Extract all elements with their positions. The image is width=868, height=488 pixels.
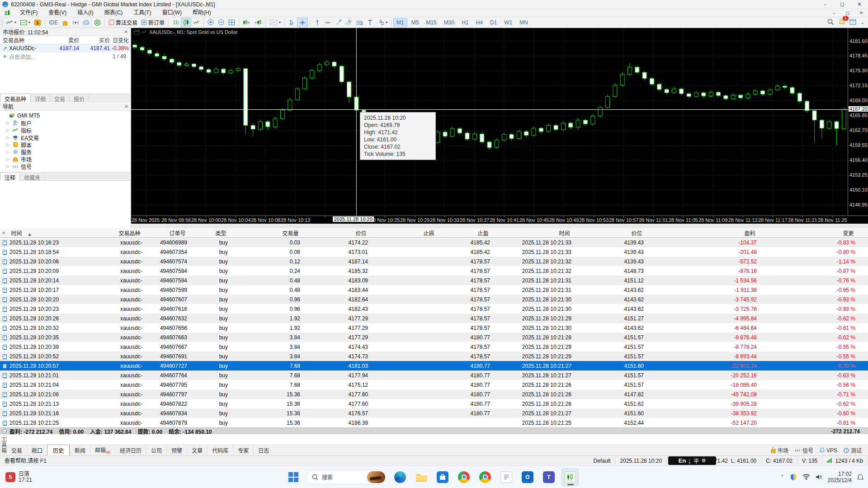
toolbox-tab-公司[interactable]: 公司 <box>146 445 166 455</box>
horizontal-line-tool[interactable] <box>322 18 333 27</box>
timeframe-W1[interactable]: W1 <box>501 18 515 27</box>
history-row[interactable]: 2025.11.28 10:20:52xauusdc-494607691buy3… <box>0 352 868 361</box>
tab-报价[interactable]: 报价 <box>70 94 89 102</box>
menu-帮助(H)[interactable]: 帮助(H) <box>187 9 217 17</box>
time-axis[interactable]: 28 Nov 202528 Nov 09:5628 Nov 10:0028 No… <box>131 216 868 224</box>
mw-col-卖价[interactable]: 卖价 <box>47 36 79 44</box>
taskbar-app-chrome-1[interactable] <box>455 468 472 486</box>
history-col-11[interactable]: 变更 <box>758 229 856 237</box>
history-col-0[interactable]: 时间▲ <box>8 229 116 237</box>
nav-item-市场[interactable]: ▷市场 <box>0 155 131 163</box>
taskbar-app-edge[interactable] <box>392 468 409 486</box>
toolbox-tab-专家[interactable]: 专家 <box>233 445 253 455</box>
community-button[interactable] <box>92 18 103 27</box>
mw-col-买价[interactable]: 买价 <box>79 36 110 44</box>
price-axis[interactable]: 4181.604178.454175.304172.154169.004165.… <box>848 28 868 216</box>
crosshair-tool-button[interactable] <box>297 18 308 27</box>
taskbar-clock[interactable]: 17:022025/12/4 <box>828 471 852 483</box>
speaker-icon[interactable] <box>816 474 822 480</box>
expand-icon[interactable]: ▷ <box>6 150 12 154</box>
ide-button[interactable]: IDE <box>47 18 60 27</box>
shapes-dropdown[interactable]: ▾ <box>375 18 389 27</box>
history-row[interactable]: 2025.11.28 10:21:04xauusdc-494607785buy7… <box>0 380 868 389</box>
indicators-dropdown[interactable]: ▾ <box>268 18 283 27</box>
history-col-1[interactable]: 交易品种 <box>116 229 141 237</box>
menu-窗口(W)[interactable]: 窗口(W) <box>157 9 187 17</box>
profiles-dropdown[interactable]: ▾ <box>18 18 32 27</box>
line-chart-button[interactable] <box>191 18 202 27</box>
history-row[interactable]: 2025.11.28 10:20:17xauusdc-494607599buy0… <box>0 285 868 295</box>
notification-bell-icon[interactable] <box>857 474 863 480</box>
mw-col-交易品种[interactable]: 交易品种 <box>0 36 47 44</box>
ime-indicator[interactable]: En ；半 ⚙ <box>668 456 716 465</box>
signals-link[interactable]: 信号 <box>795 446 813 454</box>
history-row[interactable]: 2025.11.28 10:20:32xauusdc-494607656buy1… <box>0 323 868 333</box>
toolbox-tab-代码库[interactable]: 代码库 <box>207 445 233 455</box>
status-profile[interactable]: Default <box>589 457 616 465</box>
candles-chart-button[interactable] <box>181 18 191 27</box>
algo-trading-button[interactable]: 算法交易 <box>107 18 139 27</box>
history-row[interactable]: 2025.11.28 10:21:16xauusdc-494607834buy1… <box>0 408 868 418</box>
chart-shift-button[interactable] <box>252 18 264 27</box>
history-row[interactable]: 2025.11.28 10:21:06xauusdc-494607797buy1… <box>0 389 868 399</box>
timeframe-H4[interactable]: H4 <box>472 18 486 27</box>
history-row[interactable]: 2025.11.28 10:21:01xauusdc-494607764buy7… <box>0 371 868 380</box>
tray-chevron-icon[interactable]: ⌃ <box>780 474 784 479</box>
navigator-close-icon[interactable]: ✕ <box>125 104 128 109</box>
wifi-icon[interactable] <box>802 474 810 480</box>
history-row[interactable]: 2025.11.28 10:20:20xauusdc-494607607buy0… <box>0 295 868 304</box>
taskbar-app-teams[interactable]: T <box>540 468 557 486</box>
toolbox-vertical-tab[interactable]: 工具箱 <box>0 434 7 455</box>
market-watch-row[interactable]: ↗XAUUSDc- 4187.14 4187.41 -0.38% <box>0 44 131 52</box>
history-col-4[interactable]: 交易量 <box>229 229 301 237</box>
taskbar-app-outlook[interactable]: O <box>519 468 536 486</box>
history-header-row[interactable]: ✕时间▲交易品种订单号类型交易量价位止损止盈时间价位盈利变更 <box>0 228 868 238</box>
restore-button[interactable]: ◻ <box>834 0 851 9</box>
history-col-2[interactable]: 订单号 <box>141 229 188 237</box>
menu-图表(C)[interactable]: 图表(C) <box>99 9 128 17</box>
child-close-button[interactable]: ✕ <box>854 9 868 17</box>
nav-item-信号[interactable]: ▷信号 <box>0 163 131 170</box>
auto-scroll-button[interactable] <box>241 18 252 27</box>
tester-link[interactable]: 测试 <box>844 446 862 454</box>
history-row[interactable]: 2025.11.28 10:18:54xauusdc-494607354buy0… <box>0 247 868 257</box>
trendline-tool[interactable] <box>333 18 344 27</box>
history-row[interactable]: 2025.11.28 10:20:06xauusdc-494607574buy0… <box>0 257 868 266</box>
taskbar-app-explorer[interactable] <box>413 468 430 486</box>
toolbox-tab-敞口[interactable]: 敞口 <box>27 445 47 455</box>
expand-icon[interactable]: ▷ <box>6 135 12 140</box>
mw-col-日变化[interactable]: 日变化 <box>110 36 130 44</box>
nav-item-账户[interactable]: ▷账户 <box>0 119 131 127</box>
chart-pane[interactable]: XAUUSDc-, M1: Spot Gold vs US Dollar 418… <box>131 28 868 224</box>
history-col-10[interactable]: 盈利 <box>645 229 758 237</box>
expand-icon[interactable]: ▷ <box>6 142 12 147</box>
cursor-tool-button[interactable] <box>287 18 297 27</box>
history-row[interactable]: 2025.11.28 10:16:23xauusdc-494606989buy0… <box>0 238 868 247</box>
history-col-6[interactable]: 止损 <box>369 229 437 237</box>
toolbox-tab-历史[interactable]: 历史 <box>47 445 70 456</box>
menu-文件(F)[interactable]: 文件(F) <box>14 9 43 17</box>
timeframe-D1[interactable]: D1 <box>487 18 500 27</box>
history-row[interactable]: 2025.11.28 10:20:23xauusdc-494607616buy0… <box>0 304 868 314</box>
menu-工具(T)[interactable]: 工具(T) <box>128 9 156 17</box>
signals-button[interactable] <box>70 18 81 27</box>
market-store-button[interactable] <box>60 18 70 27</box>
taskbar-search[interactable]: 搜索 <box>306 470 387 484</box>
timeframe-H1[interactable]: H1 <box>458 18 472 27</box>
taskbar-app-store[interactable] <box>434 468 451 486</box>
cloud-button[interactable] <box>81 18 92 27</box>
tab-交易[interactable]: 交易 <box>50 94 70 102</box>
zoom-in-button[interactable] <box>206 18 216 27</box>
search-icon[interactable] <box>827 19 834 27</box>
market-watch-add-row[interactable]: + 点击添加... 1 / 49 <box>0 52 131 61</box>
start-button[interactable] <box>285 468 302 486</box>
child-minimize-button[interactable]: – <box>827 9 841 17</box>
expand-icon[interactable]: ▷ <box>6 164 12 169</box>
history-col-3[interactable]: 类型 <box>188 229 229 237</box>
nav-root[interactable]: GMI MT5 <box>0 112 131 119</box>
expand-icon[interactable]: ▷ <box>6 121 12 125</box>
history-col-9[interactable]: 价位 <box>572 229 645 237</box>
history-row[interactable]: 2025.11.28 10:20:35xauusdc-494607663buy3… <box>0 333 868 342</box>
history-col-8[interactable]: 时间 <box>491 229 572 237</box>
toolbox-tab-邮箱[interactable]: 邮箱46 <box>90 445 115 456</box>
